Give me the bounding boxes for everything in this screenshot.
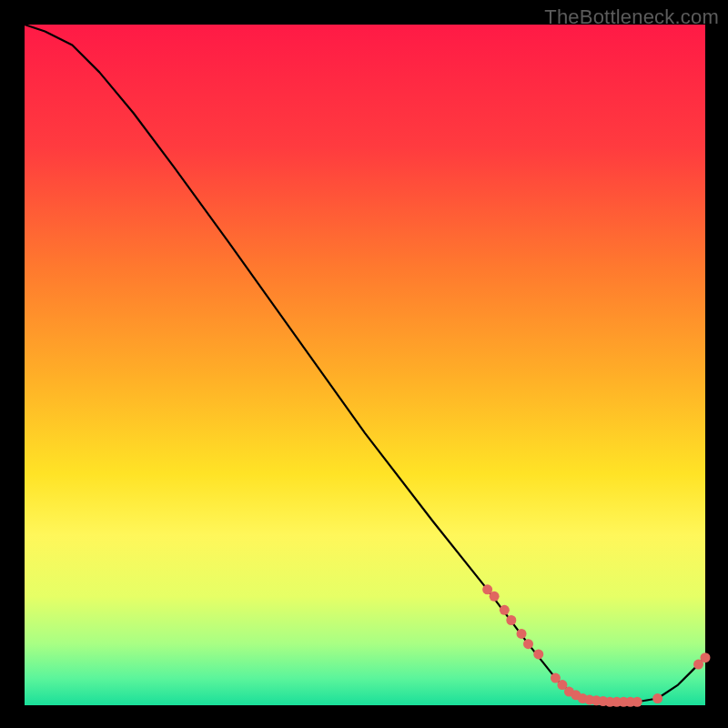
- watermark-text: TheBottleneck.com: [544, 5, 719, 29]
- bottleneck-chart-canvas: [0, 0, 728, 728]
- chart-container: TheBottleneck.com: [0, 0, 728, 728]
